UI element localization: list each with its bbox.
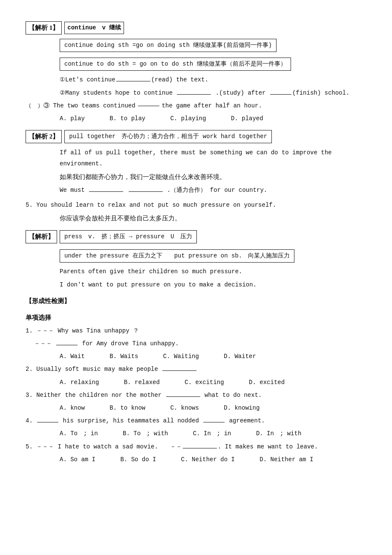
blank-pull1 [89, 191, 123, 192]
jiexi1-options: A. play B. to play C. playing D. played [26, 113, 366, 124]
q5-line1: 5. －－－ I hate to watch a sad movie. －－. … [26, 442, 366, 452]
blank-q4b [203, 422, 225, 422]
option-1a: A. play [60, 113, 85, 124]
jiexi2-ex2: We must .（通力合作） for our country. [26, 185, 366, 196]
q3-line1: 3. Neither the children nor the mother w… [26, 390, 366, 401]
jiexi2-section: 【解析 2】 pull together 齐心协力；通力合作，相当于 work … [26, 128, 366, 196]
q5-text: 5. You should learn to relax and not put… [26, 200, 366, 211]
jiexi2-label: pull together 齐心协力；通力合作，相当于 work hard to… [64, 130, 272, 143]
blank-game [138, 106, 159, 106]
q1-line2: －－－ for Amy drove Tina unhappy. [26, 338, 366, 349]
q3-optA: A. know [60, 403, 85, 413]
blank-q3 [166, 396, 200, 397]
q2-optA: A. relaxing [60, 377, 99, 388]
q4-optC: C. In ; in [193, 428, 231, 439]
jiexi3-header: 【解析】 press v. 挤；挤压 → pressure U 压力 [26, 228, 366, 245]
blank-q1 [56, 345, 78, 345]
q3-optC: C. knows [170, 403, 199, 413]
q4-optD: D. In ; with [256, 428, 301, 439]
q5-optA: A. So am I [60, 454, 95, 465]
jiexi2-header: 【解析 2】 pull together 齐心协力；通力合作，相当于 work … [26, 128, 366, 145]
jiexi1-ex2: ②Many students hope to continue .(study)… [26, 88, 366, 98]
formation-section: 【形成性检测】 单项选择 1. －－－ Why was Tina unhappy… [26, 295, 366, 465]
q1-optB: B. Waits [110, 351, 138, 362]
blank-q2 [162, 370, 196, 371]
jiexi1-header: 【解析 1】 continue v 继续 [26, 21, 366, 35]
q1-line1: 1. －－－ Why was Tina unhappy ？ [26, 326, 366, 336]
q3-optD: D. knowing [224, 403, 259, 413]
jiexi1-box2: continue to do sth = go on to do sth 继续做… [60, 58, 291, 71]
q1-optD: D. Waiter [224, 351, 256, 362]
blank-q4a [37, 422, 58, 422]
jiexi1-ex3-wrap: （ ）③ The two teams continued the game af… [26, 101, 366, 111]
q1-options: A. Wait B. Waits C. Waiting D. Waiter [26, 351, 366, 362]
option-1c: C. playing [170, 113, 206, 124]
jiexi3-title: 【解析】 [26, 230, 57, 243]
jiexi1-box1-wrap: continue doing sth =go on doing sth 继续做某… [26, 37, 366, 54]
q5-options: A. So am I B. So do I C. Neither do I D.… [26, 454, 366, 465]
jiexi1-label1: continue v 继续 [64, 22, 124, 34]
q3-optB: B. to know [110, 403, 145, 413]
jiexi3-section: 【解析】 press v. 挤；挤压 → pressure U 压力 under… [26, 228, 366, 290]
q1-optC: C. Waiting [163, 351, 199, 362]
jiexi3-box2-wrap: under the pressure 在压力之下 put pressure on… [26, 248, 366, 264]
blank-study [177, 94, 211, 95]
q2-line1: 2. Usually soft music may make people [26, 364, 366, 375]
jiexi1-title: 【解析 1】 [26, 21, 62, 35]
jiexi1-ex1: ①Let's continue(read) the text. [26, 75, 366, 85]
jiexi3-ex2: I don't want to put pressure on you to m… [26, 280, 366, 290]
q2-optB: B. relaxed [124, 377, 160, 388]
blank-q5 [183, 448, 217, 448]
q2-optC: C. exciting [184, 377, 224, 388]
q5-optD: D. Neither am I [259, 454, 313, 465]
jiexi3-box2: under the pressure 在压力之下 put pressure on… [60, 249, 294, 263]
jiexi2-ex1: If all of us pull together, there must b… [26, 147, 366, 169]
formation-subtitle: 单项选择 [26, 312, 366, 324]
formation-title: 【形成性检测】 [26, 295, 366, 307]
q5-section: 5. You should learn to relax and not put… [26, 200, 366, 224]
q2-optD: D. excited [249, 377, 285, 388]
jiexi2-ex1-cn: 如果我们都能齐心协力，我们一定能做点什么来改善环境。 [26, 171, 366, 183]
q4-optB: B. To ; with [123, 428, 168, 439]
q5-optC: C. Neither do I [181, 454, 235, 465]
q4-line1: 4. his surprise, his teammates all nodde… [26, 416, 366, 426]
jiexi2-title: 【解析 2】 [26, 130, 62, 143]
q4-optA: A. To ; in [60, 428, 98, 439]
blank-finish [270, 94, 291, 95]
jiexi1-box1: continue doing sth =go on doing sth 继续做某… [60, 39, 277, 52]
q4-options: A. To ; in B. To ; with C. In ; in D. In… [26, 428, 366, 439]
q2-options: A. relaxing B. relaxed C. exciting D. ex… [26, 377, 366, 388]
q5-optB: B. So do I [120, 454, 156, 465]
q3-options: A. know B. to know C. knows D. knowing [26, 403, 366, 413]
q1-optA: A. Wait [60, 351, 85, 362]
jiexi1-box2-wrap: continue to do sth = go on to do sth 继续做… [26, 56, 366, 72]
blank-read [116, 81, 150, 81]
jiexi3-ex1: Parents often give their children so muc… [26, 266, 366, 277]
option-1d: D. played [231, 113, 263, 124]
jiexi3-label1: press v. 挤；挤压 → pressure U 压力 [60, 230, 197, 243]
option-1b: B. to play [110, 113, 145, 124]
blank-pull2 [129, 191, 163, 192]
jiexi1-section: 【解析 1】 continue v 继续 continue doing sth … [26, 21, 366, 124]
q5-cn: 你应该学会放松并且不要给自己太多压力。 [26, 213, 366, 224]
